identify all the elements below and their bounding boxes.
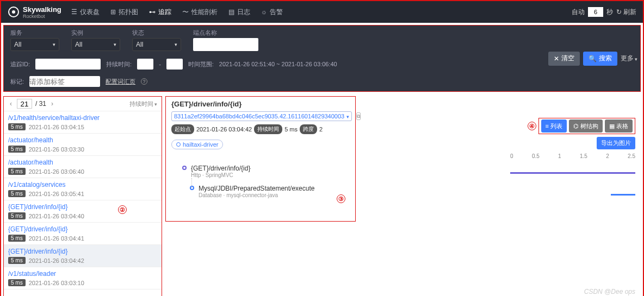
detail-title: {GET}/driver/info/{id} xyxy=(171,100,350,108)
gantt-bar xyxy=(510,172,635,174)
auto-unit: 秒 xyxy=(606,8,613,17)
trace-link[interactable]: /actuator/health xyxy=(8,136,53,144)
trace-timestamp: 2021-01-26 03:04:42 xyxy=(29,257,84,264)
tree-icon: ⌬ xyxy=(573,123,579,130)
span-name: Mysql/JDBI/PreparedStatement/execute xyxy=(199,185,314,192)
more-toggle[interactable]: 更多 xyxy=(621,54,637,63)
trace-item[interactable]: /v1/health/service/hailtaxi-driver5 ms20… xyxy=(4,111,162,134)
page-next[interactable]: › xyxy=(49,100,55,108)
span-pill: 跨度 xyxy=(300,124,317,134)
trace-id-label: 追踪ID: xyxy=(10,60,30,68)
trace-view: {GET}/driver/info/{id} 8311a2ef29964ba68… xyxy=(165,96,641,296)
trace-item[interactable]: /actuator/health5 ms2021-01-26 03:06:40 xyxy=(4,156,162,178)
latency-badge: 5 ms xyxy=(8,235,26,242)
search-icon: 🔍 xyxy=(589,55,597,62)
trace-link[interactable]: /v1/catalog/services xyxy=(8,181,65,188)
chart-icon: 〜 xyxy=(182,8,189,17)
start-pill: 起始点 xyxy=(171,124,194,134)
endpoint-input[interactable] xyxy=(193,38,258,51)
refresh-button[interactable]: ↻刷新 xyxy=(616,8,636,17)
trace-timestamp: 2021-01-26 03:04:15 xyxy=(29,124,84,130)
duration-max-input[interactable] xyxy=(166,59,183,70)
nav-dashboard[interactable]: ☰仪表盘 xyxy=(71,8,100,17)
dur-pill: 持续时间 xyxy=(254,124,282,134)
logo: SkywalkingRocketbot xyxy=(8,5,61,19)
page-input[interactable] xyxy=(17,99,32,109)
span-sub: Http · SpringMVC xyxy=(191,172,250,178)
auto-label: 自动 xyxy=(572,8,585,17)
endpoint-label: 端点名称 xyxy=(193,29,258,37)
service-tag[interactable]: hailtaxi-driver xyxy=(171,140,223,149)
watermark: CSDN @Dee ops xyxy=(584,288,635,295)
export-image-button[interactable]: 导出为图片 xyxy=(597,137,635,149)
trace-id-input[interactable] xyxy=(35,59,101,70)
list-icon: ≡ xyxy=(546,123,549,129)
trace-timestamp: 2021-01-26 03:03:10 xyxy=(29,280,84,286)
latency-badge: 5 ms xyxy=(8,212,26,219)
duration-sep: - xyxy=(159,61,161,67)
alarm-icon: ☼ xyxy=(261,8,267,16)
view-tree-button[interactable]: ⌬树结构 xyxy=(569,119,603,133)
nav-profile[interactable]: 〜性能剖析 xyxy=(182,8,218,17)
gantt-axis: 00.511.522.5 xyxy=(510,153,635,159)
latency-badge: 5 ms xyxy=(8,123,26,130)
nav-trace[interactable]: ⊷追踪 xyxy=(149,8,171,17)
annotation-4: ④ xyxy=(528,122,536,130)
status-select[interactable]: All xyxy=(132,38,181,51)
trace-link[interactable]: {GET}/driver/info/{id} xyxy=(8,225,67,233)
trace-timestamp: 2021-01-26 03:04:40 xyxy=(29,213,84,219)
close-icon: ✕ xyxy=(554,55,559,62)
lexicon-link[interactable]: 配置词汇页 xyxy=(106,78,135,86)
auto-seconds-input[interactable] xyxy=(588,7,603,17)
trace-id-select[interactable]: 8311a2ef29964ba68bd4c046c5ec9035.42.1611… xyxy=(171,111,352,121)
trace-timestamp: 2021-01-26 03:04:41 xyxy=(29,235,84,242)
trace-item[interactable]: {GET}/driver/info/{id}5 ms2021-01-26 03:… xyxy=(4,200,162,223)
span-row[interactable]: Mysql/JDBI/PreparedStatement/executeData… xyxy=(190,185,350,198)
latency-badge: 5 ms xyxy=(8,146,26,153)
duration-min-input[interactable] xyxy=(137,59,153,70)
trace-timestamp: 2021-01-26 03:05:41 xyxy=(29,191,84,197)
trace-item[interactable]: /v1/catalog/services5 ms2021-01-26 03:05… xyxy=(4,178,162,200)
log-icon: ▤ xyxy=(228,8,234,16)
view-list-button[interactable]: ≡列表 xyxy=(541,119,567,133)
view-table-button[interactable]: ▦表格 xyxy=(605,119,633,133)
tag-input[interactable] xyxy=(29,76,100,87)
nav-alarm[interactable]: ☼告警 xyxy=(261,8,283,17)
clear-button[interactable]: ✕清空 xyxy=(548,52,580,66)
help-icon[interactable]: ? xyxy=(141,78,147,85)
gauge-icon: ☰ xyxy=(71,8,77,16)
nav-log[interactable]: ▤日志 xyxy=(228,8,250,17)
range-value: 2021-01-26 02:51:40 ~ 2021-01-26 03:06:4… xyxy=(219,61,337,67)
search-button[interactable]: 🔍搜索 xyxy=(583,52,617,66)
table-icon: ▦ xyxy=(609,123,615,130)
range-label: 时间范围: xyxy=(188,60,214,68)
trace-link[interactable]: {GET}/driver/info/{id} xyxy=(8,248,67,255)
nav-topology[interactable]: ⊞拓扑图 xyxy=(110,8,138,17)
start-value: 2021-01-26 03:04:42 xyxy=(196,126,252,133)
span-row[interactable]: {GET}/driver/info/{id}Http · SpringMVC xyxy=(182,165,350,178)
status-label: 状态 xyxy=(132,29,181,37)
circle-icon xyxy=(176,142,181,147)
trace-icon: ⊷ xyxy=(149,8,156,16)
latency-badge: 5 ms xyxy=(8,279,26,286)
trace-link[interactable]: /v1/health/service/hailtaxi-driver xyxy=(8,114,100,122)
duration-label: 持续时间: xyxy=(106,60,132,68)
span-sub: Database · mysql-connector-java xyxy=(199,192,314,198)
sort-select[interactable]: 持续时间 xyxy=(129,100,157,108)
latency-badge: 5 ms xyxy=(8,168,26,175)
gantt-bar xyxy=(611,194,635,196)
trace-list: ‹ / 31 › 持续时间 /v1/health/service/hailtax… xyxy=(3,96,162,296)
dur-value: 5 ms xyxy=(284,126,298,133)
trace-link[interactable]: /actuator/health xyxy=(8,159,53,166)
trace-item[interactable]: /v1/status/leader5 ms2021-01-26 03:03:10 xyxy=(4,267,162,289)
trace-item[interactable]: /actuator/health5 ms2021-01-26 03:03:30 xyxy=(4,134,162,156)
trace-link[interactable]: {GET}/driver/info/{id} xyxy=(8,203,67,211)
service-select[interactable]: All xyxy=(10,38,59,51)
tag-label: 标记: xyxy=(10,78,24,86)
copy-icon[interactable]: ⧉ xyxy=(356,112,361,120)
page-prev[interactable]: ‹ xyxy=(8,100,14,108)
trace-item[interactable]: {GET}/driver/info/{id}5 ms2021-01-26 03:… xyxy=(4,245,162,267)
instance-select[interactable]: All xyxy=(71,38,120,51)
trace-item[interactable]: {GET}/driver/info/{id}5 ms2021-01-26 03:… xyxy=(4,223,162,245)
trace-link[interactable]: /v1/status/leader xyxy=(8,270,56,278)
